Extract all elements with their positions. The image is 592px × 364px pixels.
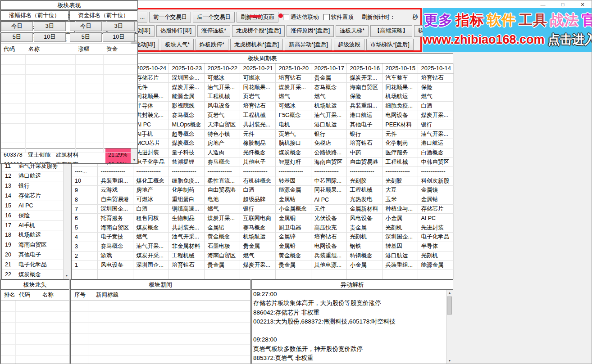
perf-range-button[interactable]: 5日	[70, 32, 102, 42]
period-cell[interactable]: AI PC	[418, 214, 453, 223]
period-cell[interactable]: 燃气	[275, 92, 311, 102]
period-cell[interactable]: 港口航运	[418, 139, 453, 148]
period-cell[interactable]: 人造肉	[204, 148, 240, 157]
period-cell[interactable]: 大豆	[382, 186, 418, 195]
period-date-header[interactable]: 2025-10-14	[418, 63, 453, 73]
toolbar-button[interactable]: 龙虎榜机构*[盘后]	[230, 39, 283, 50]
period-cell[interactable]: 电网设备	[311, 242, 346, 251]
period-cell[interactable]: 电机	[275, 120, 311, 130]
period-cell[interactable]: 页岩气	[204, 111, 240, 120]
toolbar-button[interactable]: 超级波段	[334, 39, 364, 50]
period-cell[interactable]: 培育钻石	[311, 233, 346, 242]
period-cell[interactable]: -------------	[240, 167, 275, 176]
scroll-down-icon[interactable]: ▼	[64, 273, 70, 279]
period-cell[interactable]: -------------	[311, 167, 346, 176]
period-cell[interactable]: 金属锌	[275, 233, 311, 242]
period-cell[interactable]: PEEK材料	[382, 120, 418, 130]
period-cell[interactable]: 赛马概念	[204, 157, 240, 167]
perf-range-button[interactable]: 3日	[103, 22, 135, 31]
period-cell[interactable]: 港口航运	[311, 120, 346, 130]
period-cell[interactable]: 培育钻石	[168, 261, 204, 270]
perf-range-button[interactable]: 5日	[1, 32, 33, 42]
period-cell[interactable]: 机场航运	[382, 92, 418, 102]
period-cell[interactable]: 房地产	[133, 186, 168, 195]
scroll-thumb[interactable]	[447, 297, 452, 315]
period-cell[interactable]: 贵金属	[275, 261, 311, 270]
period-cell[interactable]: 海南自贸区	[346, 83, 382, 92]
prev-trading-day-button[interactable]: 前一个交易日	[149, 12, 191, 22]
period-cell[interactable]: 同花顺果...	[133, 92, 168, 102]
period-cell[interactable]: 银行	[311, 130, 346, 139]
period-cell[interactable]: 种植业与...	[382, 204, 418, 214]
perf-range-button[interactable]: 3日	[34, 22, 66, 31]
period-cell[interactable]: 页岩气	[275, 130, 311, 139]
period-cell[interactable]: 可燃冰	[204, 73, 240, 83]
toolbar-button[interactable]: 新高异动*[盘后]	[285, 39, 332, 50]
perf-range-button[interactable]: 今日	[70, 22, 102, 31]
period-cell[interactable]: AI PC	[311, 195, 346, 204]
period-cell[interactable]: 租售同权	[133, 214, 168, 223]
period-cell[interactable]: 金属钴	[418, 195, 453, 204]
banner-cta[interactable]: 点击进入	[548, 33, 592, 46]
period-cell[interactable]: 培育钻石	[240, 101, 275, 111]
period-cell[interactable]: 脑机接口	[275, 139, 311, 148]
sector-rank-row[interactable]: 14存储芯片	[2, 191, 64, 201]
toolbar-button[interactable]: 热股排行[即]	[156, 25, 196, 37]
period-cell[interactable]: 小金属概念	[275, 204, 311, 214]
toolbar-button[interactable]: 板块人气*	[161, 39, 194, 50]
period-cell[interactable]: 中药	[346, 148, 382, 157]
period-cell[interactable]: 赛马概念	[168, 111, 204, 120]
period-cell[interactable]: 能源金属	[275, 186, 311, 195]
period-cell[interactable]: 海南自贸区	[204, 251, 240, 261]
period-cell[interactable]: 托育服务	[97, 214, 133, 223]
period-cell[interactable]: 超导概念	[168, 130, 204, 139]
period-cell[interactable]: 特钢概念	[346, 251, 382, 261]
toolbar-button[interactable]: 龙虎榜个股*[盘后]	[232, 25, 285, 37]
period-cell[interactable]: 黄金概念	[275, 251, 311, 261]
perf-range-button[interactable]: 10日	[103, 32, 135, 42]
period-cell[interactable]: 工程机械	[346, 186, 382, 195]
period-cell[interactable]: MCU芯片	[133, 139, 168, 148]
sector-rank-row[interactable]: 13银行	[2, 181, 64, 191]
period-cell[interactable]: 化学制药	[168, 186, 204, 195]
period-cell[interactable]: 白酒	[418, 101, 453, 111]
period-cell[interactable]: 海南自贸区	[311, 157, 346, 167]
period-cell[interactable]: 赛马概念	[240, 223, 275, 233]
period-cell[interactable]: 培育钻石	[346, 139, 382, 148]
period-cell[interactable]: 橡胶制品	[240, 139, 275, 148]
period-cell[interactable]: 风电设备	[346, 214, 382, 223]
period-cell[interactable]: 燃气	[240, 251, 275, 261]
period-cell[interactable]: 元件	[133, 83, 168, 92]
toolbar-button[interactable]: 炸板跌停*	[196, 39, 228, 50]
period-cell[interactable]: -------------	[418, 167, 453, 176]
period-cell[interactable]: 海南自贸区	[97, 223, 133, 233]
period-cell[interactable]: 游戏	[97, 251, 133, 261]
period-cell[interactable]: 赛马概念	[97, 242, 133, 251]
period-cell[interactable]: 赛马概念	[311, 83, 346, 92]
period-cell[interactable]: 工程机械	[204, 92, 240, 102]
period-cell[interactable]: 自由贸易港	[346, 157, 382, 167]
period-date-header[interactable]: 2025-10-24	[133, 63, 168, 73]
period-cell[interactable]: 电子化学品	[418, 233, 453, 242]
period-cell[interactable]: 银行	[240, 204, 275, 214]
period-cell[interactable]: 金属铅	[204, 223, 240, 233]
period-cell[interactable]: 细胞免疫...	[382, 101, 418, 111]
maximize-button[interactable]: □	[553, 2, 573, 7]
next-trading-day-button[interactable]: 后一个交易日	[193, 12, 235, 22]
period-cell[interactable]: 光伏设备	[311, 214, 346, 223]
period-cell[interactable]: 兵装重组...	[97, 176, 133, 186]
period-cell[interactable]: 煤炭概念	[168, 139, 204, 148]
period-cell[interactable]: 页岩气	[240, 92, 275, 102]
period-cell[interactable]: 白酒	[240, 186, 275, 195]
period-cell[interactable]: 可燃冰	[275, 101, 311, 111]
period-cell[interactable]: 互联网电商	[240, 214, 275, 223]
scroll-up-icon[interactable]: ▲	[446, 290, 453, 296]
period-cell[interactable]: 白酒	[133, 204, 168, 214]
period-cell[interactable]: 自由贸易港	[204, 186, 240, 195]
period-cell[interactable]: 可燃冰	[240, 73, 275, 83]
period-date-header[interactable]: 2025-10-23	[168, 63, 204, 73]
period-cell[interactable]: 燃气	[311, 92, 346, 102]
period-cell[interactable]: 小金属	[382, 214, 418, 223]
period-cell[interactable]: 云游戏	[97, 186, 133, 195]
period-cell[interactable]: 科创次新股	[418, 176, 453, 186]
